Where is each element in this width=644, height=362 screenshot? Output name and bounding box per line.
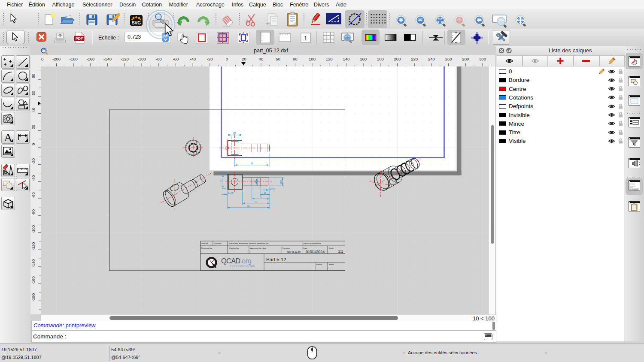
svg-text:-180: -180	[70, 57, 78, 61]
svg-text:Edition: Edition	[316, 263, 322, 265]
svg-text:-120: -120	[121, 57, 129, 61]
svg-text:-160: -160	[31, 276, 36, 284]
svg-text:01/01/2024: 01/01/2024	[306, 249, 325, 253]
svg-text:60: 60	[276, 57, 280, 61]
svg-text:80: 80	[293, 57, 298, 61]
svg-text:C command: C command	[630, 188, 638, 190]
svg-text:-60: -60	[173, 57, 179, 61]
svg-text:Date: Date	[304, 247, 308, 249]
svg-text:Filename: Filename	[283, 247, 291, 249]
svg-text:10: 10	[220, 180, 222, 182]
svg-text:QCAD: QCAD	[221, 257, 240, 265]
svg-text:300: 300	[479, 57, 486, 61]
svg-text:part_05.12.dxf: part_05.12.dxf	[287, 250, 301, 253]
svg-text:140: 140	[343, 57, 349, 61]
svg-text:-100: -100	[137, 57, 146, 61]
svg-text:Ø10: Ø10	[279, 179, 282, 184]
svg-text:1x45°: 1x45°	[228, 192, 234, 194]
svg-text:-40: -40	[190, 57, 196, 61]
svg-text:Title/Name, destination, mater: Title/Name, destination, material, dimen…	[229, 242, 269, 244]
svg-text:-20: -20	[31, 158, 36, 164]
svg-text:-80: -80	[156, 57, 162, 61]
svg-text:-140: -140	[103, 57, 112, 61]
svg-text:200: 200	[394, 57, 401, 61]
svg-text:-140: -140	[31, 259, 36, 267]
svg-text:-160: -160	[86, 57, 94, 61]
svg-text:Designed by: Designed by	[201, 247, 212, 249]
svg-text:20: 20	[242, 57, 246, 61]
svg-text:-20: -20	[207, 57, 213, 61]
svg-text:160: 160	[360, 57, 367, 61]
svg-text:Item ref: Item ref	[201, 242, 208, 244]
svg-text:20: 20	[31, 125, 36, 130]
svg-text:1: 1	[304, 35, 307, 42]
svg-text:-120: -120	[31, 242, 36, 250]
svg-text:-40: -40	[31, 175, 36, 181]
svg-text:1x45°: 1x45°	[270, 187, 276, 190]
svg-text:260: 260	[445, 57, 452, 61]
svg-text:PDF: PDF	[76, 36, 83, 41]
svg-text:280: 280	[462, 57, 469, 61]
svg-text:Part 5.12: Part 5.12	[266, 257, 286, 262]
svg-text:Open Source CAD: Open Source CAD	[230, 265, 255, 268]
svg-text:220: 220	[411, 57, 418, 61]
svg-text:Article No./Reference: Article No./Reference	[304, 242, 322, 244]
svg-text:Approved by - date: Approved by - date	[250, 247, 267, 249]
svg-text:11: 11	[264, 191, 266, 194]
svg-text:40: 40	[31, 108, 36, 112]
svg-text:180: 180	[377, 57, 384, 61]
svg-text:40: 40	[259, 57, 264, 61]
svg-text:240: 240	[428, 57, 435, 61]
svg-text:32: 32	[255, 200, 257, 202]
svg-text:0: 0	[31, 143, 36, 145]
svg-text:Sheet: Sheet	[329, 263, 334, 265]
svg-text:50: 50	[247, 205, 250, 207]
svg-text:Scale: Scale	[329, 247, 334, 249]
svg-text:-80: -80	[31, 209, 36, 215]
svg-text:Quantity: Quantity	[214, 242, 222, 244]
svg-text:-100: -100	[31, 225, 36, 233]
svg-text:120: 120	[326, 57, 333, 61]
svg-text:41: 41	[251, 162, 253, 165]
svg-text:1:1: 1:1	[338, 250, 343, 253]
svg-text:-200: -200	[52, 57, 61, 61]
svg-text:60: 60	[31, 91, 36, 96]
svg-text:Checked by: Checked by	[229, 247, 239, 249]
svg-text:.org: .org	[240, 257, 252, 265]
svg-text:-220: -220	[41, 57, 43, 61]
svg-text:Ø8: Ø8	[254, 180, 256, 183]
svg-text:80: 80	[31, 74, 36, 78]
svg-text:-60: -60	[31, 192, 36, 198]
svg-text:-180: -180	[31, 293, 36, 302]
svg-text:21: 21	[259, 196, 262, 198]
svg-text:100: 100	[309, 57, 316, 61]
svg-text:Ø8: Ø8	[233, 132, 236, 134]
svg-text:SVG: SVG	[132, 21, 141, 25]
svg-text:0: 0	[226, 57, 228, 61]
